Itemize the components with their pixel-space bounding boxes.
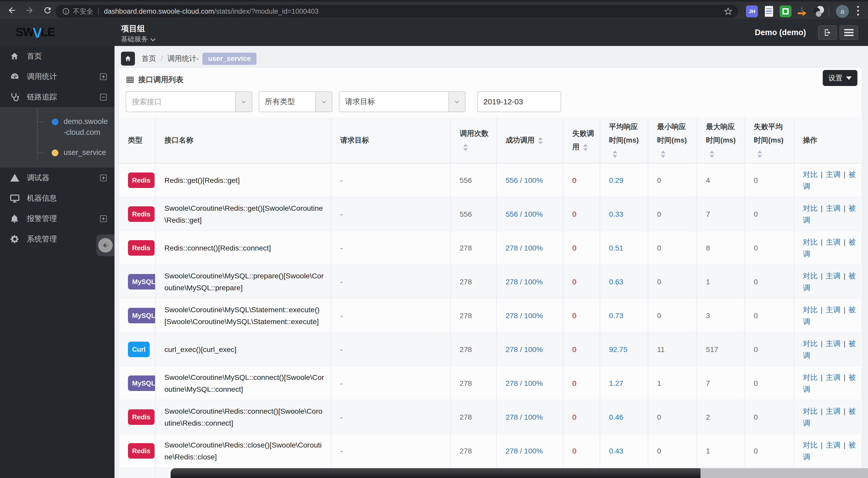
avg-response-cell[interactable]: 0.43 (600, 434, 648, 468)
breadcrumb-home-label[interactable]: 首页 (142, 54, 156, 64)
col-avg-response[interactable]: 平均响应时间(ms) (600, 117, 648, 163)
col-call-count[interactable]: 调用次数 (451, 117, 497, 163)
action-link-compare[interactable]: 对比 (803, 272, 817, 280)
sort-icon[interactable] (583, 144, 588, 151)
menu-button[interactable] (840, 25, 858, 40)
date-picker[interactable] (477, 92, 561, 112)
success-calls-cell[interactable]: 278 / 100% (497, 366, 563, 400)
collapse-icon[interactable]: − (100, 94, 107, 100)
tree-item-user-service[interactable]: user_service (0, 142, 115, 163)
table-row[interactable]: Redis Swoole\Coroutine\Redis::connect()[… (119, 400, 862, 434)
action-link-caller[interactable]: 主调 (826, 204, 840, 212)
type-select[interactable]: 所有类型 (259, 92, 333, 112)
browser-profile-avatar[interactable]: a (836, 5, 849, 18)
success-calls-cell[interactable]: 278 / 100% (497, 434, 563, 468)
extension-jh-icon[interactable]: JH (746, 5, 758, 17)
avg-response-cell[interactable]: 0.33 (600, 197, 648, 231)
action-link-compare[interactable]: 对比 (803, 306, 817, 314)
avg-response-cell[interactable]: 0.29 (600, 163, 648, 197)
browser-reload-icon[interactable] (43, 6, 52, 15)
browser-back-icon[interactable] (7, 6, 17, 15)
expand-icon[interactable]: + (100, 73, 107, 80)
success-calls-cell[interactable]: 278 / 100% (497, 400, 563, 434)
request-target-select[interactable]: 请求目标 (339, 92, 466, 112)
request-target-cell[interactable]: - (331, 366, 451, 400)
table-row[interactable]: Redis Swoole\Coroutine\Redis::get()[Swoo… (119, 197, 862, 231)
sidebar-item-alerts[interactable]: 报警管理 + (0, 208, 115, 229)
browser-menu-icon[interactable] (857, 6, 859, 17)
avg-response-cell[interactable]: 0.46 (600, 400, 648, 434)
chevron-down-icon[interactable] (448, 92, 465, 111)
chevron-down-icon[interactable] (315, 92, 332, 111)
request-target-cell[interactable]: - (331, 231, 451, 265)
table-row[interactable]: Redis Redis::get()[Redis::get] - 556 556… (119, 163, 862, 197)
sort-icon[interactable] (661, 150, 665, 158)
success-calls-cell[interactable]: 278 / 100% (497, 299, 563, 332)
search-input[interactable] (132, 98, 235, 106)
request-target-cell[interactable]: - (331, 299, 451, 332)
avg-response-cell[interactable]: 92.75 (600, 332, 648, 366)
success-calls-cell[interactable]: 278 / 100% (497, 332, 563, 366)
request-target-cell[interactable]: - (331, 197, 451, 231)
table-row[interactable]: MySQLi Swoole\Coroutine\MySQL\Statement:… (119, 299, 862, 332)
action-link-caller[interactable]: 主调 (826, 407, 840, 415)
table-row[interactable]: Curl curl_exec()[curl_exec] - 278 278 / … (119, 332, 862, 366)
extension-document-icon[interactable] (763, 5, 775, 17)
extension-arrow-icon[interactable] (796, 5, 808, 17)
expand-icon[interactable]: + (100, 215, 107, 222)
request-target-cell[interactable]: - (331, 400, 451, 434)
sidebar-item-debugger[interactable]: 调试器 + (0, 168, 115, 188)
settings-button[interactable]: 设置 (823, 70, 858, 86)
sidebar-collapse-button[interactable] (96, 235, 115, 256)
success-calls-cell[interactable]: 278 / 100% (497, 231, 563, 265)
action-link-compare[interactable]: 对比 (803, 373, 817, 381)
table-row[interactable]: Redis Redis::connect()[Redis::connect] -… (119, 231, 862, 265)
action-link-caller[interactable]: 主调 (826, 339, 840, 348)
request-target-cell[interactable]: - (331, 434, 451, 468)
table-row[interactable]: Redis Swoole\Coroutine\Redis::close()[Sw… (119, 434, 862, 468)
sidebar-item-tracing[interactable]: 链路追踪 − (0, 87, 115, 107)
action-link-caller[interactable]: 主调 (826, 441, 840, 449)
sidebar-item-home[interactable]: 首页 (0, 46, 115, 66)
sort-icon[interactable] (463, 144, 468, 151)
request-target-cell[interactable]: - (331, 163, 451, 197)
action-link-compare[interactable]: 对比 (803, 204, 817, 212)
col-failed-calls[interactable]: 失败调用 (563, 117, 600, 163)
avg-response-cell[interactable]: 0.51 (600, 231, 648, 265)
action-link-compare[interactable]: 对比 (803, 407, 817, 415)
search-interface-select[interactable] (126, 92, 252, 112)
success-calls-cell[interactable]: 278 / 100% (497, 265, 563, 299)
avg-response-cell[interactable]: 0.63 (600, 265, 648, 299)
request-target-cell[interactable]: - (331, 265, 451, 299)
address-bar[interactable]: 不安全 dashboard.demo.swoole-cloud.com/stat… (55, 5, 738, 18)
sort-icon[interactable] (538, 137, 543, 144)
request-target-cell[interactable]: - (331, 332, 451, 366)
avg-response-cell[interactable]: 0.73 (600, 299, 648, 332)
logout-button[interactable] (818, 25, 837, 40)
tree-item-demo-host[interactable]: demo.swoole-cloud.com (0, 111, 115, 142)
action-link-compare[interactable]: 对比 (803, 339, 817, 348)
avg-response-cell[interactable]: 1.27 (600, 366, 648, 400)
col-min-response[interactable]: 最小响应时间(ms) (648, 117, 697, 163)
col-success-calls[interactable]: 成功调用 (497, 117, 563, 163)
chevron-down-icon[interactable] (235, 92, 252, 111)
action-link-compare[interactable]: 对比 (803, 238, 817, 246)
action-link-caller[interactable]: 主调 (826, 170, 840, 178)
action-link-caller[interactable]: 主调 (826, 238, 840, 246)
success-calls-cell[interactable]: 556 / 100% (497, 197, 563, 231)
extension-spheres-icon[interactable] (812, 5, 824, 17)
expand-icon[interactable]: + (100, 175, 107, 181)
extension-green-icon[interactable] (780, 5, 792, 17)
sort-icon[interactable] (710, 150, 714, 158)
action-link-compare[interactable]: 对比 (803, 170, 817, 178)
bookmark-star-icon[interactable] (724, 7, 733, 16)
date-input[interactable] (478, 97, 561, 106)
sidebar-item-call-stats[interactable]: 调用统计 + (0, 66, 115, 87)
info-icon[interactable] (62, 7, 70, 15)
browser-forward-icon[interactable] (25, 6, 34, 15)
project-selector[interactable]: 基础服务 (121, 35, 154, 44)
sort-icon[interactable] (613, 150, 617, 158)
sidebar-item-machine-info[interactable]: 机器信息 (0, 188, 115, 208)
action-link-caller[interactable]: 主调 (826, 272, 840, 280)
action-link-compare[interactable]: 对比 (803, 441, 817, 449)
